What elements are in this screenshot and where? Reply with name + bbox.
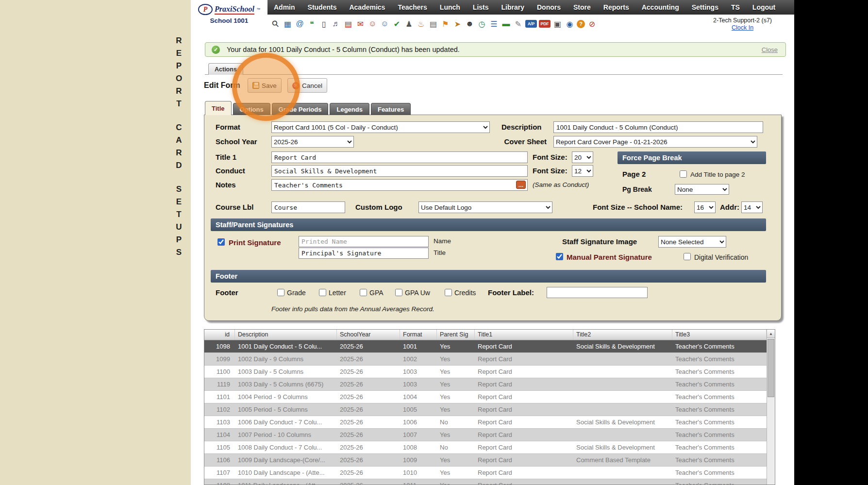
chat-icon[interactable]: ❝ bbox=[306, 17, 318, 30]
footer-letter-checkbox[interactable] bbox=[319, 289, 326, 296]
directory-icon[interactable]: ♟ bbox=[403, 17, 415, 30]
clipboard-icon[interactable]: ▤ bbox=[427, 17, 439, 30]
invoice-icon[interactable]: ✎ bbox=[512, 17, 524, 30]
save-button[interactable]: Save bbox=[248, 78, 282, 93]
conduct-input[interactable] bbox=[271, 165, 528, 177]
people-icon[interactable]: ☻ bbox=[464, 17, 476, 30]
footer-credits-checkbox[interactable] bbox=[445, 289, 452, 296]
calendar-icon[interactable]: ▤ bbox=[342, 17, 354, 30]
block-icon[interactable]: ⊘ bbox=[586, 17, 598, 30]
footer-label-input[interactable] bbox=[547, 287, 648, 298]
table-row[interactable]: 1108 1011 Daily Landscape - (Att... 2025… bbox=[204, 479, 767, 485]
nav-item-logout[interactable]: Logout bbox=[746, 3, 782, 11]
student-blue-icon[interactable]: ☺ bbox=[379, 17, 391, 30]
email-icon[interactable]: @ bbox=[294, 17, 306, 30]
col-title1[interactable]: Title1 bbox=[475, 330, 573, 340]
alert-close-link[interactable]: Close bbox=[762, 46, 778, 53]
nav-item-teachers[interactable]: Teachers bbox=[391, 3, 433, 11]
nav-item-students[interactable]: Students bbox=[301, 3, 343, 11]
nav-item-accounting[interactable]: Accounting bbox=[635, 3, 685, 11]
nav-item-library[interactable]: Library bbox=[495, 3, 531, 11]
nav-item-lunch[interactable]: Lunch bbox=[434, 3, 467, 11]
add-title-page2-checkbox[interactable] bbox=[680, 170, 687, 178]
scrollbar-thumb[interactable] bbox=[768, 339, 774, 397]
col-description[interactable]: Description bbox=[235, 330, 337, 340]
table-row[interactable]: 1104 1007 Period - 10 Columns 2025-26 10… bbox=[204, 429, 767, 441]
col-parent-sig[interactable]: Parent Sig bbox=[437, 330, 475, 340]
tab-features[interactable]: Features bbox=[371, 103, 411, 115]
tab-options[interactable]: Options bbox=[233, 103, 270, 115]
print-signature-checkbox[interactable] bbox=[217, 238, 225, 246]
nav-item-donors[interactable]: Donors bbox=[531, 3, 567, 11]
school-year-select[interactable]: 2025-26 bbox=[271, 136, 354, 148]
table-row[interactable]: 1103 1006 Daily Conduct - 7 Colu... 2025… bbox=[204, 416, 767, 429]
table-row-selected[interactable]: 1098 1001 Daily Conduct - 5 Colu... 2025… bbox=[204, 340, 767, 353]
principal-signature-input[interactable] bbox=[299, 248, 429, 259]
col-schoolyear[interactable]: SchoolYear bbox=[337, 330, 400, 340]
tab-legends[interactable]: Legends bbox=[330, 103, 369, 115]
footer-gpa-uw-checkbox[interactable] bbox=[395, 289, 402, 296]
footer-gpa-checkbox[interactable] bbox=[360, 289, 367, 296]
table-row[interactable]: 1105 1008 Daily Conduct - 7 Colu... 2025… bbox=[204, 441, 767, 454]
student-red-icon[interactable]: ☺ bbox=[367, 17, 379, 30]
digital-verification-checkbox[interactable] bbox=[684, 253, 691, 260]
manual-parent-signature-checkbox[interactable] bbox=[556, 253, 563, 260]
award-tag-icon[interactable]: ⚑ bbox=[439, 17, 451, 30]
ap-icon[interactable]: A/P bbox=[525, 20, 537, 28]
footer-grade-checkbox[interactable] bbox=[277, 289, 284, 296]
cover-sheet-select[interactable]: Report Card Cover Page - 01-21-2026 bbox=[553, 136, 757, 148]
payment-card-icon[interactable]: ▬ bbox=[500, 17, 512, 30]
list-report-icon[interactable]: ☰ bbox=[488, 17, 500, 30]
table-row[interactable]: 1119 1003 Daily - 5 Columns (6675) 2025-… bbox=[204, 378, 767, 391]
calendar-mail-icon[interactable]: ✉ bbox=[354, 17, 367, 30]
send-icon[interactable]: ➤ bbox=[451, 17, 464, 30]
nav-item-settings[interactable]: Settings bbox=[685, 3, 725, 11]
actions-tab[interactable]: Actions bbox=[208, 63, 243, 75]
notes-input[interactable] bbox=[271, 179, 528, 191]
table-row[interactable]: 1106 1009 Daily Landscape-(Core/... 2025… bbox=[204, 454, 767, 467]
table-row[interactable]: 1101 1004 Period - 9 Columns 2025-26 100… bbox=[204, 391, 767, 403]
notes-picker-button[interactable]: … bbox=[516, 181, 526, 189]
print-icon[interactable]: ▣ bbox=[551, 17, 564, 30]
nav-item-admin[interactable]: Admin bbox=[267, 3, 301, 11]
clock-in-link[interactable]: Clock In bbox=[713, 24, 772, 31]
nav-item-lists[interactable]: Lists bbox=[467, 3, 495, 11]
col-format[interactable]: Format bbox=[400, 330, 437, 340]
table-scrollbar[interactable]: ▲ bbox=[767, 330, 775, 485]
table-row[interactable]: 1099 1002 Daily - 9 Columns 2025-26 1002… bbox=[204, 353, 767, 366]
mobile-icon[interactable]: ▯ bbox=[318, 17, 330, 30]
title1-input[interactable] bbox=[271, 151, 528, 163]
description-input[interactable] bbox=[553, 121, 763, 133]
conduct-font-size-select[interactable]: 12 bbox=[572, 165, 593, 177]
nav-item-reports[interactable]: Reports bbox=[597, 3, 635, 11]
tab-grade-periods[interactable]: Grade Periods bbox=[272, 103, 329, 115]
nav-item-store[interactable]: Store bbox=[567, 3, 597, 11]
nav-item-ts[interactable]: TS bbox=[725, 3, 746, 11]
custom-logo-select[interactable]: Use Default Logo bbox=[418, 201, 552, 213]
table-row[interactable]: 1102 1005 Period - 5 Columns 2025-26 100… bbox=[204, 403, 767, 416]
tab-title[interactable]: Title bbox=[205, 101, 232, 115]
table-row[interactable]: 1100 1003 Daily - 5 Columns 2025-26 1003… bbox=[204, 366, 767, 378]
title1-font-size-select[interactable]: 20 bbox=[572, 151, 593, 163]
course-lbl-input[interactable] bbox=[271, 201, 345, 213]
lunch-icon[interactable]: ♨ bbox=[415, 17, 427, 30]
attendance-check-icon[interactable]: ✔ bbox=[391, 17, 403, 30]
history-clock-icon[interactable]: ◷ bbox=[476, 17, 488, 30]
col-title3[interactable]: Title3 bbox=[672, 330, 767, 340]
nav-item-academics[interactable]: Academics bbox=[343, 3, 391, 11]
format-select[interactable]: Report Card 1001 (5 Col - Daily - Conduc… bbox=[271, 121, 490, 133]
addr-font-size-select[interactable]: 14 bbox=[741, 201, 763, 213]
help-icon[interactable]: ? bbox=[577, 20, 585, 28]
cancel-button[interactable]: ✕ Cancel bbox=[287, 78, 327, 93]
app-logo[interactable]: P PraxiSchool ™ School 1001 bbox=[191, 0, 267, 33]
school-name-font-size-select[interactable]: 16 bbox=[694, 201, 716, 213]
pg-break-select[interactable]: None bbox=[675, 184, 729, 195]
globe-icon[interactable]: ◉ bbox=[564, 17, 576, 30]
staff-signature-image-select[interactable]: None Selected bbox=[658, 236, 726, 248]
scrollbar-up-icon[interactable]: ▲ bbox=[767, 330, 775, 338]
table-row[interactable]: 1107 1010 Daily Landscape - (Atte... 202… bbox=[204, 467, 767, 479]
printed-name-input[interactable] bbox=[299, 236, 429, 247]
col-id[interactable]: id bbox=[204, 330, 235, 340]
col-title2[interactable]: Title2 bbox=[573, 330, 672, 340]
announcement-icon[interactable]: ♬ bbox=[330, 17, 342, 30]
